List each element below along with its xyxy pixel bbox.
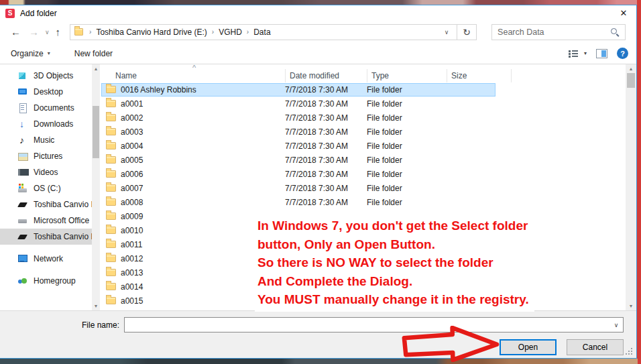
file-name-cell: 0016 Ashley Robbins — [102, 85, 285, 95]
sidebar-item-microsoft-office[interactable]: Microsoft Office — [0, 213, 92, 229]
table-row[interactable]: a00057/7/2018 7:30 AMFile folder — [100, 153, 626, 167]
date-modified-cell: 7/7/2018 7:30 AM — [285, 127, 367, 137]
row-selection-area: a00047/7/2018 7:30 AMFile folder — [101, 139, 496, 153]
os-drive-icon — [17, 183, 28, 194]
table-row[interactable]: a00087/7/2018 7:30 AMFile folder — [100, 195, 626, 209]
combo-chevron-icon[interactable]: ∨ — [609, 322, 623, 328]
scrollbar-thumb[interactable] — [627, 73, 635, 88]
sidebar-item-pictures[interactable]: Pictures — [0, 148, 92, 164]
annotation-line: So there is NO WAY to select the folder — [257, 253, 529, 272]
resize-grip[interactable] — [631, 348, 632, 349]
breadcrumb-segment[interactable]: VGHD — [219, 27, 242, 37]
sidebar-item-os-c-[interactable]: OS (C:) — [0, 180, 92, 196]
scroll-up-icon[interactable]: ▴ — [92, 64, 100, 73]
up-icon[interactable]: ↑ — [52, 27, 65, 37]
screenshot-stage: S Add folder ✕ ← → ∨ ↑ ›Toshiba Canvio H… — [0, 0, 641, 364]
column-header-row: ^ NameDate modifiedTypeSize — [100, 64, 626, 82]
column-header-date-modified[interactable]: Date modified — [286, 69, 367, 82]
sidebar-item-label: Music — [34, 135, 54, 145]
forward-icon[interactable]: → — [25, 27, 43, 37]
cancel-button[interactable]: Cancel — [567, 339, 624, 355]
date-modified-cell: 7/7/2018 7:30 AM — [285, 184, 367, 193]
column-header-size[interactable]: Size — [447, 69, 512, 82]
help-icon[interactable]: ? — [617, 48, 628, 59]
back-icon[interactable]: ← — [7, 27, 25, 37]
breadcrumb-segment[interactable]: Data — [253, 27, 270, 37]
type-cell: File folder — [367, 127, 447, 137]
file-name-text: a0014 — [121, 282, 143, 292]
sidebar-item-homegroup[interactable]: Homegroup — [0, 273, 92, 289]
sidebar-item-toshiba-canvio-h[interactable]: Toshiba Canvio H — [0, 229, 92, 245]
type-cell: File folder — [367, 198, 447, 207]
file-name-combobox: ∨ — [124, 317, 624, 332]
breadcrumb: ›Toshiba Canvio Hard Drive (E:)›VGHD›Dat… — [84, 27, 439, 37]
file-name-text: a0004 — [121, 141, 143, 151]
annotation-line: button, Only an Open Button. — [257, 235, 529, 254]
date-modified-cell: 7/7/2018 7:30 AM — [285, 170, 367, 179]
table-row[interactable]: a00027/7/2018 7:30 AMFile folder — [100, 111, 626, 125]
recent-locations-icon[interactable]: ∨ — [43, 29, 52, 36]
scroll-up-icon[interactable]: ▴ — [626, 64, 636, 73]
column-header-type[interactable]: Type — [367, 69, 447, 82]
file-name-input[interactable] — [125, 318, 609, 332]
sidebar-scrollbar[interactable]: ▴ ▾ — [92, 64, 100, 310]
refresh-icon[interactable]: ↻ — [457, 24, 477, 40]
table-row[interactable]: a00077/7/2018 7:30 AMFile folder — [100, 181, 626, 195]
desktop-icon — [17, 86, 28, 97]
app-icon: S — [5, 9, 15, 18]
sidebar-item-network[interactable]: Network — [0, 251, 92, 267]
folder-icon — [106, 198, 116, 206]
scroll-down-icon[interactable]: ▾ — [626, 302, 636, 310]
new-folder-button[interactable]: New folder — [74, 49, 113, 58]
date-modified-cell: 7/7/2018 7:30 AM — [285, 113, 367, 123]
breadcrumb-segment[interactable]: Toshiba Canvio Hard Drive (E:) — [96, 27, 207, 37]
file-name-cell: a0002 — [102, 113, 285, 123]
sidebar-item-music[interactable]: Music — [0, 132, 92, 148]
sidebar-item-3d-objects[interactable]: 3D Objects — [0, 68, 92, 84]
file-name-text: a0013 — [121, 268, 143, 278]
list-scrollbar[interactable]: ▴ ▾ — [626, 64, 636, 310]
address-bar[interactable]: ›Toshiba Canvio Hard Drive (E:)›VGHD›Dat… — [70, 24, 457, 40]
search-placeholder: Search Data — [498, 27, 610, 37]
file-name-cell: a0006 — [102, 170, 285, 179]
table-row[interactable]: a00017/7/2018 7:30 AMFile folder — [100, 97, 626, 111]
organize-button[interactable]: Organize ▾ — [11, 49, 50, 58]
sidebar-item-videos[interactable]: Videos — [0, 164, 92, 180]
gray-drive-icon — [17, 215, 28, 226]
file-name-text: a0003 — [121, 127, 143, 137]
list-view-icon[interactable] — [569, 49, 579, 58]
file-name-cell: a0007 — [102, 184, 285, 193]
breadcrumb-chevron-icon: › — [207, 28, 219, 36]
table-row[interactable]: a00047/7/2018 7:30 AMFile folder — [100, 139, 626, 153]
pictures-icon — [17, 151, 28, 162]
sidebar-item-downloads[interactable]: Downloads — [0, 116, 92, 132]
folder-icon — [106, 283, 116, 290]
file-name-row: File name: ∨ — [0, 317, 636, 332]
file-name-text: a0011 — [121, 240, 142, 249]
view-dropdown-icon[interactable]: ▾ — [584, 50, 587, 56]
scroll-down-icon[interactable]: ▾ — [92, 302, 100, 310]
folder-icon — [106, 213, 116, 220]
table-row[interactable]: 0016 Ashley Robbins7/7/2018 7:30 AMFile … — [100, 82, 626, 97]
table-row[interactable]: a00037/7/2018 7:30 AMFile folder — [100, 125, 626, 139]
preview-pane-icon[interactable] — [596, 49, 607, 58]
annotation-text: In Windows 7, you don't get the Select f… — [255, 215, 534, 312]
folder-icon — [74, 28, 83, 36]
type-cell: File folder — [367, 170, 447, 179]
row-selection-area: a00087/7/2018 7:30 AMFile folder — [101, 196, 496, 209]
sidebar-item-desktop[interactable]: Desktop — [0, 84, 92, 100]
sidebar-item-toshiba-canvio-i[interactable]: Toshiba Canvio I — [0, 196, 92, 213]
folder-icon — [106, 86, 116, 93]
address-dropdown-icon[interactable]: ∨ — [439, 29, 454, 36]
scrollbar-thumb[interactable] — [93, 106, 99, 158]
close-icon[interactable]: ✕ — [611, 5, 636, 21]
sidebar-item-documents[interactable]: Documents — [0, 100, 92, 116]
table-row[interactable]: a00067/7/2018 7:30 AMFile folder — [100, 167, 626, 181]
open-button[interactable]: Open — [500, 339, 557, 355]
desktop-background-right — [637, 0, 641, 364]
search-input[interactable]: Search Data — [491, 24, 626, 40]
file-name-text: a0012 — [121, 254, 143, 263]
date-modified-cell: 7/7/2018 7:30 AM — [285, 156, 367, 165]
file-name-label: File name: — [0, 320, 119, 330]
sidebar-item-label: 3D Objects — [34, 71, 73, 80]
